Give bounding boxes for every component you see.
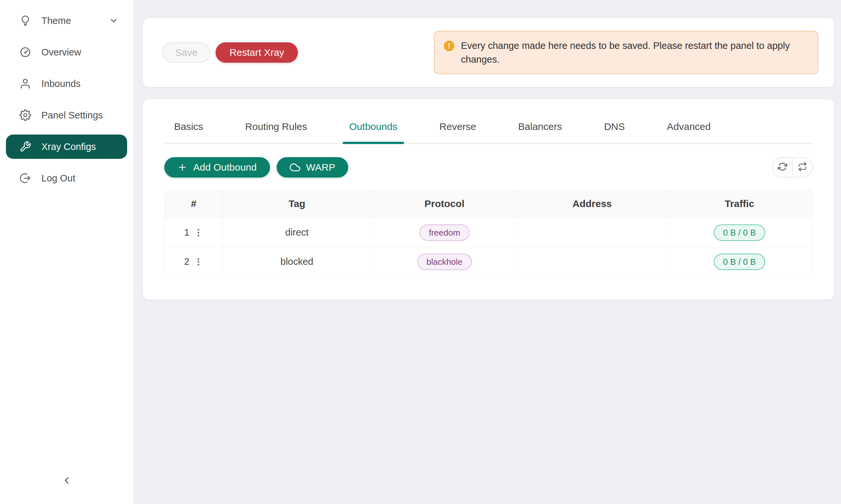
sidebar-collapse-button[interactable] <box>57 471 76 491</box>
xray-config-card: Basics Routing Rules Outbounds Reverse B… <box>143 100 834 300</box>
add-outbound-label: Add Outbound <box>193 162 257 173</box>
row-menu-button[interactable] <box>193 228 203 237</box>
plus-icon <box>177 162 187 172</box>
sidebar-item-label: Overview <box>41 47 81 58</box>
tab-dns[interactable]: DNS <box>598 121 631 143</box>
alert-text: Every change made here needs to be saved… <box>461 39 807 66</box>
protocol-cell: blackhole <box>371 247 518 276</box>
outbounds-table: # Tag Protocol Address Traffic 1 <box>164 190 813 276</box>
address-cell <box>518 218 667 247</box>
protocol-badge[interactable]: freedom <box>419 224 469 241</box>
tag-cell: blocked <box>223 247 371 276</box>
sidebar-item-label: Xray Configs <box>41 141 96 152</box>
table-tools <box>772 157 813 178</box>
sidebar-item-label: Panel Settings <box>41 110 103 121</box>
config-tabs: Basics Routing Rules Outbounds Reverse B… <box>164 121 813 144</box>
tab-outbounds[interactable]: Outbounds <box>343 121 404 143</box>
logout-icon <box>19 172 32 184</box>
traffic-badge: 0 B / 0 B <box>714 254 765 270</box>
sidebar-item-theme[interactable]: Theme <box>6 8 127 33</box>
col-header-protocol: Protocol <box>371 190 518 218</box>
col-header-tag: Tag <box>223 190 371 218</box>
reload-config-button[interactable] <box>792 157 813 178</box>
gear-icon <box>19 109 32 121</box>
tab-routing-rules[interactable]: Routing Rules <box>239 121 313 143</box>
traffic-cell: 0 B / 0 B <box>666 218 812 247</box>
restart-xray-button[interactable]: Restart Xray <box>216 42 298 63</box>
traffic-cell: 0 B / 0 B <box>666 247 812 276</box>
main-content: Save Restart Xray ! Every change made he… <box>133 0 841 504</box>
dashboard-icon <box>19 46 32 58</box>
warning-icon: ! <box>444 41 454 51</box>
toolbar-card: Save Restart Xray ! Every change made he… <box>143 18 834 87</box>
traffic-badge: 0 B / 0 B <box>714 224 765 241</box>
col-header-address: Address <box>518 190 667 218</box>
outbounds-actions-row: Add Outbound WARP <box>164 157 813 178</box>
bulb-icon <box>19 15 32 27</box>
sidebar-item-label: Inbounds <box>41 78 81 89</box>
protocol-badge[interactable]: blackhole <box>417 254 472 270</box>
row-index: 1 <box>184 227 189 238</box>
cloud-icon <box>290 162 300 173</box>
row-index: 2 <box>184 256 189 267</box>
sidebar-item-label: Theme <box>41 15 71 26</box>
warp-button[interactable]: WARP <box>277 157 348 178</box>
wrench-icon <box>19 141 32 153</box>
tab-balancers[interactable]: Balancers <box>512 121 568 143</box>
add-outbound-button[interactable]: Add Outbound <box>164 157 270 178</box>
warp-label: WARP <box>306 162 336 173</box>
chevron-left-icon <box>61 475 72 487</box>
repeat-icon <box>798 162 807 173</box>
refresh-icon <box>778 162 787 173</box>
sidebar-item-log-out[interactable]: Log Out <box>6 166 127 190</box>
table-row: 1 direct freedom <box>165 218 812 247</box>
tab-basics[interactable]: Basics <box>168 121 210 143</box>
sidebar-item-xray-configs[interactable]: Xray Configs <box>6 134 127 159</box>
refresh-button[interactable] <box>772 157 792 178</box>
sidebar-item-label: Log Out <box>41 173 75 184</box>
address-cell <box>518 247 667 276</box>
tab-advanced[interactable]: Advanced <box>660 121 717 143</box>
tab-reverse[interactable]: Reverse <box>433 121 483 143</box>
protocol-cell: freedom <box>371 218 518 247</box>
chevron-down-icon <box>109 16 119 25</box>
sidebar-item-overview[interactable]: Overview <box>6 40 127 64</box>
table-header-row: # Tag Protocol Address Traffic <box>165 190 812 218</box>
restart-warning-alert: ! Every change made here needs to be sav… <box>434 31 818 74</box>
sidebar-item-inbounds[interactable]: Inbounds <box>6 72 127 96</box>
col-header-index: # <box>165 190 223 218</box>
app-window: Theme Overview Inbounds <box>0 0 841 504</box>
col-header-traffic: Traffic <box>666 190 812 218</box>
row-menu-button[interactable] <box>193 257 203 267</box>
save-button[interactable]: Save <box>162 42 210 63</box>
sidebar-item-panel-settings[interactable]: Panel Settings <box>6 103 127 127</box>
sidebar: Theme Overview Inbounds <box>0 0 133 504</box>
user-icon <box>19 77 32 90</box>
table-row: 2 blocked blackhole <box>165 247 812 276</box>
tag-cell: direct <box>223 218 371 247</box>
